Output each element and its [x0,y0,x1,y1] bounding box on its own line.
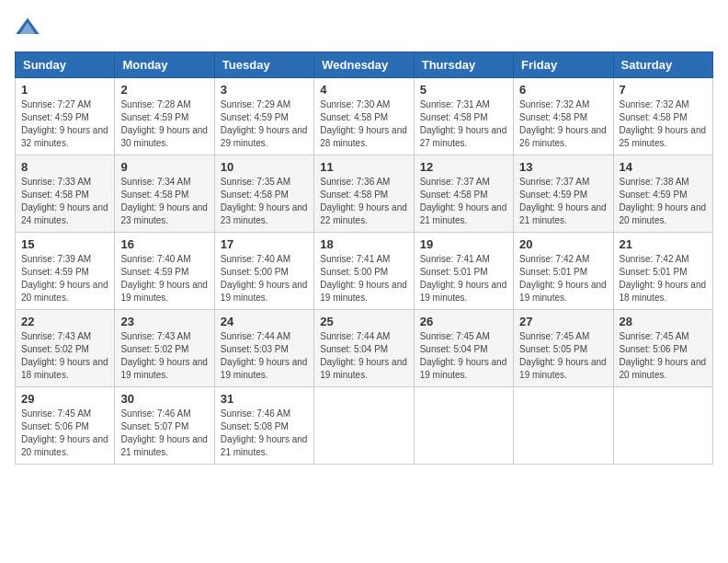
day-info: Sunrise: 7:46 AM Sunset: 5:07 PM Dayligh… [120,408,208,459]
day-info: Sunrise: 7:28 AM Sunset: 4:59 PM Dayligh… [120,98,208,150]
day-info: Sunrise: 7:44 AM Sunset: 5:04 PM Dayligh… [320,330,407,382]
day-number: 2 [120,83,208,97]
day-info: Sunrise: 7:45 AM Sunset: 5:06 PM Dayligh… [21,408,108,459]
day-number: 18 [320,237,407,251]
day-number: 12 [420,160,507,174]
day-info: Sunrise: 7:44 AM Sunset: 5:03 PM Dayligh… [221,330,308,382]
calendar-cell: 11 Sunrise: 7:36 AM Sunset: 4:58 PM Dayl… [314,155,414,233]
day-info: Sunrise: 7:45 AM Sunset: 5:04 PM Dayligh… [420,330,507,382]
day-info: Sunrise: 7:43 AM Sunset: 5:02 PM Dayligh… [120,330,208,382]
calendar-cell: 25 Sunrise: 7:44 AM Sunset: 5:04 PM Dayl… [314,310,414,387]
day-number: 9 [120,160,208,174]
calendar-cell [514,387,613,465]
day-number: 24 [221,315,308,328]
weekday-header-thursday: Thursday [414,52,513,78]
day-info: Sunrise: 7:29 AM Sunset: 4:59 PM Dayligh… [221,98,308,150]
day-info: Sunrise: 7:27 AM Sunset: 4:59 PM Dayligh… [21,98,108,150]
day-number: 28 [620,315,707,328]
calendar-cell: 28 Sunrise: 7:45 AM Sunset: 5:06 PM Dayl… [613,310,712,387]
calendar-cell: 19 Sunrise: 7:41 AM Sunset: 5:01 PM Dayl… [414,233,513,310]
calendar-cell: 3 Sunrise: 7:29 AM Sunset: 4:59 PM Dayli… [214,78,313,155]
calendar-cell: 31 Sunrise: 7:46 AM Sunset: 5:08 PM Dayl… [214,387,313,465]
calendar-cell: 2 Sunrise: 7:28 AM Sunset: 4:59 PM Dayli… [115,78,214,155]
calendar-cell: 15 Sunrise: 7:39 AM Sunset: 4:59 PM Dayl… [16,233,115,310]
calendar-cell: 30 Sunrise: 7:46 AM Sunset: 5:07 PM Dayl… [115,387,214,465]
calendar-cell: 7 Sunrise: 7:32 AM Sunset: 4:58 PM Dayli… [613,78,712,155]
day-number: 4 [320,83,407,97]
day-number: 29 [21,392,108,406]
calendar-cell: 20 Sunrise: 7:42 AM Sunset: 5:01 PM Dayl… [514,233,613,310]
day-number: 8 [21,160,108,174]
day-info: Sunrise: 7:32 AM Sunset: 4:58 PM Dayligh… [620,98,707,150]
day-info: Sunrise: 7:30 AM Sunset: 4:58 PM Dayligh… [320,98,407,150]
page-header [15,15,713,40]
calendar-cell [414,387,513,465]
day-info: Sunrise: 7:46 AM Sunset: 5:08 PM Dayligh… [221,408,308,459]
calendar-cell: 24 Sunrise: 7:44 AM Sunset: 5:03 PM Dayl… [214,310,313,387]
day-number: 6 [519,83,607,97]
calendar-cell [314,387,414,465]
day-number: 20 [519,237,607,251]
calendar-cell: 6 Sunrise: 7:32 AM Sunset: 4:58 PM Dayli… [514,78,613,155]
day-number: 22 [21,315,108,328]
day-info: Sunrise: 7:33 AM Sunset: 4:58 PM Dayligh… [21,176,108,227]
day-info: Sunrise: 7:31 AM Sunset: 4:58 PM Dayligh… [420,98,507,150]
calendar-cell [613,387,712,465]
day-info: Sunrise: 7:37 AM Sunset: 4:58 PM Dayligh… [420,176,507,227]
weekday-header-wednesday: Wednesday [314,52,414,78]
calendar-cell: 4 Sunrise: 7:30 AM Sunset: 4:58 PM Dayli… [314,78,414,155]
calendar-cell: 26 Sunrise: 7:45 AM Sunset: 5:04 PM Dayl… [414,310,513,387]
calendar-cell: 13 Sunrise: 7:37 AM Sunset: 4:59 PM Dayl… [514,155,613,233]
weekday-header-monday: Monday [115,52,214,78]
day-info: Sunrise: 7:42 AM Sunset: 5:01 PM Dayligh… [519,253,607,304]
day-number: 13 [519,160,607,174]
day-info: Sunrise: 7:34 AM Sunset: 4:58 PM Dayligh… [120,176,208,227]
weekday-header-tuesday: Tuesday [214,52,313,78]
day-number: 19 [420,237,507,251]
day-number: 1 [21,83,108,97]
day-number: 7 [620,83,707,97]
calendar-cell: 27 Sunrise: 7:45 AM Sunset: 5:05 PM Dayl… [514,310,613,387]
day-number: 31 [221,392,308,406]
day-number: 23 [120,315,208,328]
day-info: Sunrise: 7:41 AM Sunset: 5:01 PM Dayligh… [420,253,507,304]
day-number: 25 [320,315,407,328]
day-info: Sunrise: 7:41 AM Sunset: 5:00 PM Dayligh… [320,253,407,304]
weekday-header-sunday: Sunday [16,52,115,78]
calendar-cell: 5 Sunrise: 7:31 AM Sunset: 4:58 PM Dayli… [414,78,513,155]
day-info: Sunrise: 7:37 AM Sunset: 4:59 PM Dayligh… [519,176,607,227]
day-info: Sunrise: 7:45 AM Sunset: 5:06 PM Dayligh… [620,330,707,382]
day-info: Sunrise: 7:32 AM Sunset: 4:58 PM Dayligh… [519,98,607,150]
day-number: 27 [519,315,607,328]
calendar-cell: 17 Sunrise: 7:40 AM Sunset: 5:00 PM Dayl… [214,233,313,310]
day-number: 5 [420,83,507,97]
calendar-cell: 12 Sunrise: 7:37 AM Sunset: 4:58 PM Dayl… [414,155,513,233]
calendar-cell: 22 Sunrise: 7:43 AM Sunset: 5:02 PM Dayl… [16,310,115,387]
logo-icon [15,15,40,40]
day-info: Sunrise: 7:45 AM Sunset: 5:05 PM Dayligh… [519,330,607,382]
day-number: 10 [221,160,308,174]
calendar-cell: 8 Sunrise: 7:33 AM Sunset: 4:58 PM Dayli… [16,155,115,233]
calendar-cell: 29 Sunrise: 7:45 AM Sunset: 5:06 PM Dayl… [16,387,115,465]
calendar-cell: 9 Sunrise: 7:34 AM Sunset: 4:58 PM Dayli… [115,155,214,233]
day-number: 11 [320,160,407,174]
day-info: Sunrise: 7:40 AM Sunset: 5:00 PM Dayligh… [221,253,308,304]
day-info: Sunrise: 7:38 AM Sunset: 4:59 PM Dayligh… [620,176,707,227]
calendar-cell: 21 Sunrise: 7:42 AM Sunset: 5:01 PM Dayl… [613,233,712,310]
weekday-header-friday: Friday [514,52,613,78]
day-number: 30 [120,392,208,406]
logo [15,15,44,40]
calendar-cell: 16 Sunrise: 7:40 AM Sunset: 4:59 PM Dayl… [115,233,214,310]
day-number: 14 [620,160,707,174]
day-number: 15 [21,237,108,251]
day-info: Sunrise: 7:36 AM Sunset: 4:58 PM Dayligh… [320,176,407,227]
day-info: Sunrise: 7:35 AM Sunset: 4:58 PM Dayligh… [221,176,308,227]
day-number: 21 [620,237,707,251]
day-number: 3 [221,83,308,97]
day-info: Sunrise: 7:43 AM Sunset: 5:02 PM Dayligh… [21,330,108,382]
day-info: Sunrise: 7:40 AM Sunset: 4:59 PM Dayligh… [120,253,208,304]
calendar-cell: 18 Sunrise: 7:41 AM Sunset: 5:00 PM Dayl… [314,233,414,310]
day-number: 16 [120,237,208,251]
calendar-cell: 10 Sunrise: 7:35 AM Sunset: 4:58 PM Dayl… [214,155,313,233]
weekday-header-saturday: Saturday [613,52,712,78]
